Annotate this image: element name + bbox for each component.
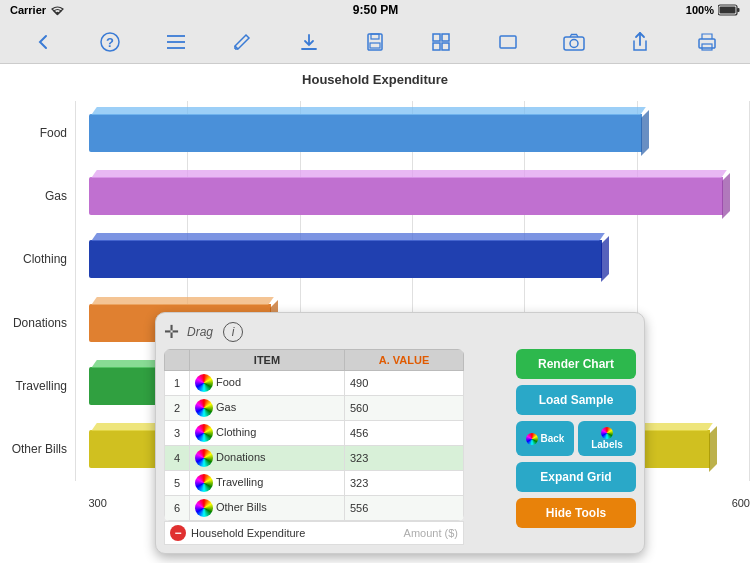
- wifi-icon: [50, 5, 65, 16]
- status-bar: Carrier 9:50 PM 100%: [0, 0, 750, 20]
- grid-button[interactable]: [426, 27, 456, 57]
- table-row[interactable]: 2 Gas 560: [165, 396, 464, 421]
- popup-panel: ✛ Drag i ITEM A. VALUE 1: [155, 312, 645, 554]
- row-item-2: Gas: [190, 396, 345, 421]
- svg-rect-2: [719, 7, 735, 14]
- table-row[interactable]: 6 Other Bills 556: [165, 496, 464, 521]
- expand-grid-button[interactable]: Expand Grid: [516, 462, 636, 492]
- table-footer: − Household Expenditure Amount ($): [164, 521, 464, 545]
- list-button[interactable]: [161, 27, 191, 57]
- btn-row-back-labels: Back Labels: [516, 421, 636, 456]
- row-num-6: 6: [165, 496, 190, 521]
- footer-title: Household Expenditure: [191, 527, 404, 539]
- data-table-container: ITEM A. VALUE 1 Food 490 2 Gas: [164, 349, 464, 545]
- popup-header: ✛ Drag i: [164, 321, 636, 343]
- load-sample-button[interactable]: Load Sample: [516, 385, 636, 415]
- labels-button[interactable]: Labels: [578, 421, 636, 456]
- svg-rect-15: [442, 34, 449, 41]
- download-button[interactable]: [294, 27, 324, 57]
- save-button[interactable]: [360, 27, 390, 57]
- table-row[interactable]: 3 Clothing 456: [165, 421, 464, 446]
- toolbar: ?: [0, 20, 750, 64]
- row-value-2: 560: [344, 396, 463, 421]
- table-row[interactable]: 1 Food 490: [165, 371, 464, 396]
- row-value-5: 323: [344, 471, 463, 496]
- footer-amount: Amount ($): [404, 527, 458, 539]
- svg-point-20: [570, 39, 578, 47]
- popup-buttons: Render Chart Load Sample Back Labels Exp…: [516, 349, 636, 528]
- time-display: 9:50 PM: [353, 3, 398, 17]
- chart-title: Household Expenditure: [0, 64, 750, 91]
- bar-row-clothing: [75, 232, 750, 287]
- row-num-3: 3: [165, 421, 190, 446]
- drag-label: Drag: [187, 325, 213, 339]
- col-item-header: ITEM: [190, 350, 345, 371]
- row-num-2: 2: [165, 396, 190, 421]
- bar-clothing: [89, 240, 602, 278]
- row-num-1: 1: [165, 371, 190, 396]
- carrier-label: Carrier: [10, 4, 46, 16]
- chart-area: Household Expenditure Food Gas Clothing …: [0, 64, 750, 563]
- table-row-highlighted[interactable]: 4 Donations 323: [165, 446, 464, 471]
- y-label-gas: Gas: [45, 189, 67, 203]
- row-value-4: 323: [344, 446, 463, 471]
- status-right: 100%: [686, 4, 740, 16]
- row-item-1: Food: [190, 371, 345, 396]
- row-item-5: Travelling: [190, 471, 345, 496]
- svg-text:?: ?: [106, 34, 114, 49]
- hide-tools-button[interactable]: Hide Tools: [516, 498, 636, 528]
- svg-rect-22: [702, 44, 712, 50]
- y-label-travelling: Travelling: [15, 379, 67, 393]
- drag-icon[interactable]: ✛: [164, 321, 179, 343]
- camera-button[interactable]: [559, 27, 589, 57]
- maximize-button[interactable]: [493, 27, 523, 57]
- row-item-6: Other Bills: [190, 496, 345, 521]
- y-label-donations: Donations: [13, 316, 67, 330]
- y-label-food: Food: [40, 126, 67, 140]
- x-label-300: 300: [89, 497, 107, 509]
- col-num-header: [165, 350, 190, 371]
- battery-label: 100%: [686, 4, 714, 16]
- bar-food: [89, 114, 643, 152]
- minus-circle-icon[interactable]: −: [170, 525, 186, 541]
- print-button[interactable]: [692, 27, 722, 57]
- row-item-3: Clothing: [190, 421, 345, 446]
- battery-icon: [718, 4, 740, 16]
- row-value-6: 556: [344, 496, 463, 521]
- row-item-4: Donations: [190, 446, 345, 471]
- back-button[interactable]: Back: [516, 421, 574, 456]
- y-label-clothing: Clothing: [23, 252, 67, 266]
- svg-rect-18: [500, 36, 516, 48]
- row-num-5: 5: [165, 471, 190, 496]
- render-chart-button[interactable]: Render Chart: [516, 349, 636, 379]
- x-label-600: 600: [732, 497, 750, 509]
- svg-rect-14: [433, 34, 440, 41]
- svg-rect-1: [737, 8, 740, 12]
- row-value-3: 456: [344, 421, 463, 446]
- labels-color-icon: [601, 427, 613, 439]
- svg-rect-13: [370, 43, 380, 48]
- row-num-4: 4: [165, 446, 190, 471]
- table-row[interactable]: 5 Travelling 323: [165, 471, 464, 496]
- bar-gas: [89, 177, 724, 215]
- bar-row-gas: [75, 168, 750, 223]
- edit-button[interactable]: [227, 27, 257, 57]
- data-table: ITEM A. VALUE 1 Food 490 2 Gas: [164, 349, 464, 521]
- back-button[interactable]: [28, 27, 58, 57]
- bar-row-food: [75, 105, 750, 160]
- back-color-icon: [526, 433, 538, 445]
- y-axis: Food Gas Clothing Donations Travelling O…: [0, 91, 75, 511]
- status-left: Carrier: [10, 4, 65, 16]
- svg-rect-16: [433, 43, 440, 50]
- col-value-header: A. VALUE: [344, 350, 463, 371]
- row-value-1: 490: [344, 371, 463, 396]
- help-button[interactable]: ?: [95, 27, 125, 57]
- svg-rect-17: [442, 43, 449, 50]
- y-label-otherbills: Other Bills: [12, 442, 67, 456]
- share-button[interactable]: [625, 27, 655, 57]
- info-icon[interactable]: i: [223, 322, 243, 342]
